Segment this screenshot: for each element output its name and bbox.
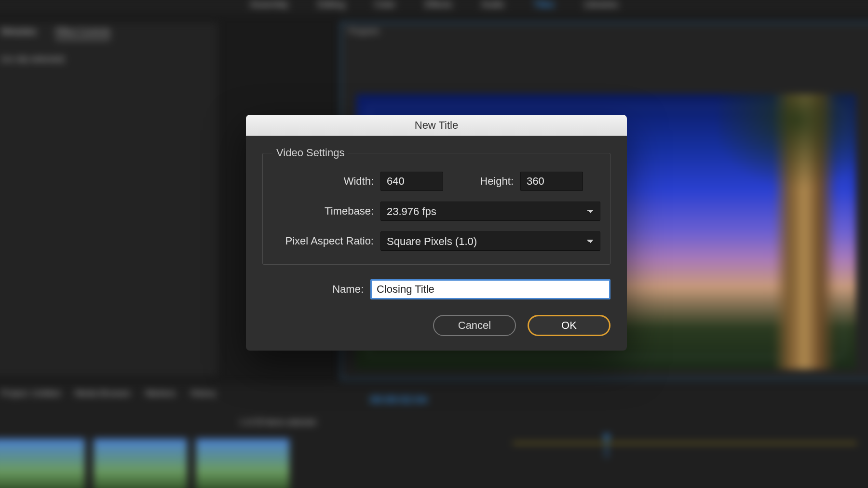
no-clip-label: (no clip selected) [0,44,217,74]
effect-controls-panel: Metadata Effect Controls (no clip select… [0,22,217,376]
timeline-playhead[interactable] [606,438,607,458]
panel-tab-effect-controls[interactable]: Effect Controls [56,27,110,40]
workspace-tab[interactable]: Libraries [584,0,618,10]
name-input[interactable] [370,279,610,299]
workspace-tab[interactable]: Editing [318,0,345,10]
pixel-aspect-ratio-label: Pixel Aspect Ratio: [272,235,374,247]
panel-tab[interactable]: Project: Untitled [1,389,60,398]
timebase-label: Timebase: [272,205,374,217]
items-selected-label: 1 of 20 items selected [239,418,316,427]
workspace-tab[interactable]: Color [375,0,396,10]
timeline-ruler[interactable] [513,443,857,444]
timeline-panel: 00:00:02:04 [331,384,868,488]
pixel-aspect-ratio-select[interactable]: Square Pixels (1.0) [380,231,600,251]
panel-tab[interactable]: Media Browser [75,389,131,398]
workspace-tab-bar: Assembly Editing Color Effects Audio Tit… [0,0,868,14]
panel-tab[interactable]: Markers [146,389,176,398]
timeline-timecode: 00:00:02:04 [331,384,868,416]
width-input[interactable] [380,172,443,191]
preview-image [719,94,856,369]
video-settings-group: Video Settings Width: Height: Timebase: … [262,147,610,265]
timebase-select[interactable]: 23.976 fps [380,202,600,221]
new-title-dialog: New Title Video Settings Width: Height: … [246,115,627,351]
width-label: Width: [272,175,374,188]
height-input[interactable] [520,172,583,191]
panel-tab[interactable]: History [190,389,217,398]
dialog-title: New Title [246,115,627,136]
height-label: Height: [469,175,514,188]
program-monitor-title: Program: [341,23,868,40]
video-settings-legend: Video Settings [272,147,348,159]
name-label: Name: [262,283,364,296]
workspace-tab[interactable]: Titles [534,0,555,10]
project-panel: Project: Untitled Media Browser Markers … [0,384,331,488]
project-thumbnail[interactable] [0,439,85,488]
ok-button[interactable]: OK [528,315,610,336]
workspace-tab[interactable]: Audio [482,0,504,10]
workspace-tab[interactable]: Assembly [250,0,288,10]
panel-tab-metadata[interactable]: Metadata [1,27,36,40]
cancel-button[interactable]: Cancel [433,315,516,336]
project-thumbnail[interactable] [94,439,187,488]
workspace-tab[interactable]: Effects [425,0,452,10]
project-thumbnail[interactable] [196,439,289,488]
